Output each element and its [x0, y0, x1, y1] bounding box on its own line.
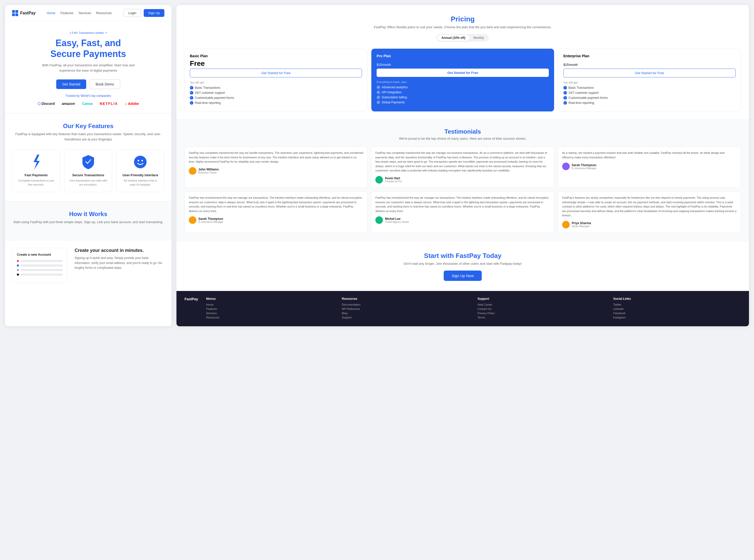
secure-transactions-desc: Your transactions are safe with our encr… — [68, 179, 108, 187]
nav-services[interactable]: Services — [78, 11, 91, 15]
pro-plan-cta[interactable]: Get Started for Free — [376, 68, 549, 77]
enterprise-plan-name: Enterprise Plan — [564, 54, 736, 58]
footer-link-linkedin[interactable]: LinkedIn — [613, 307, 741, 311]
basic-feature-0: Basic Transactions — [190, 86, 362, 89]
monthly-toggle[interactable]: Monthly — [469, 35, 488, 41]
book-demo-button[interactable]: Book Demo — [89, 79, 120, 89]
logo-text: FastPay — [20, 11, 36, 15]
fast-payments-desc: Complete transactions in just few second… — [16, 179, 56, 187]
basic-plan-price: Free — [190, 60, 362, 67]
testimonial-3: FastPay has revolutionized the way we ma… — [185, 192, 368, 233]
nav-actions: Login Sign Up — [124, 9, 164, 17]
footer-col-title-1: Resources — [342, 297, 469, 301]
hero-badge: 1.5 M+ Transactions weekly ↗ — [12, 31, 164, 35]
testimonial-text-2: As a startup, we needed a payment soluti… — [562, 151, 737, 160]
footer-link-blog[interactable]: Blog — [342, 312, 469, 315]
amazon-logo: amazon — [62, 102, 75, 106]
form-card-title: Create a new Account — [17, 253, 63, 256]
enterprise-feature-3: Real-time reporting — [564, 101, 736, 105]
pro-feature-1: API Integration — [376, 91, 549, 94]
footer-link-contact[interactable]: Contact Us — [477, 307, 605, 311]
nav-features[interactable]: Features — [61, 11, 73, 15]
testimonial-author-2: Sarah Thompson E-commerce Manager — [562, 163, 737, 170]
how-subtitle: Start using FastPay with just three simp… — [12, 220, 164, 225]
testimonial-text-3: FastPay has revolutionized the way we ma… — [189, 196, 363, 213]
get-started-button[interactable]: Get Started — [56, 79, 86, 89]
pro-feature-3: Global Payments — [376, 101, 549, 104]
feature-fast-payments: Fast Payments Complete transactions in j… — [12, 149, 60, 192]
avatar-1 — [375, 176, 383, 183]
trusted-text: Trusted by World's top companies — [12, 94, 164, 98]
testimonials-grid: FastPay has completely transformed the w… — [185, 146, 741, 233]
footer-col-title-2: Support — [477, 297, 605, 301]
cta-signup-button[interactable]: Sign Up Now — [444, 271, 482, 281]
testimonial-0: FastPay has completely transformed the w… — [185, 146, 368, 188]
annual-toggle[interactable]: Annual (10% off) — [437, 35, 469, 41]
footer-col-resources: Resources Documentation API Reference Bl… — [342, 297, 469, 320]
feature-secure-transactions: Secure Transactions Your transactions ar… — [64, 149, 113, 192]
footer-link-instagram[interactable]: Instagram — [613, 316, 741, 319]
enterprise-plan-card: Enterprise Plan $15/month Get Started fo… — [558, 49, 741, 112]
footer-link-services[interactable]: Services — [206, 312, 334, 315]
ent-check-1 — [564, 91, 567, 95]
pro-check-3 — [376, 101, 380, 104]
smile-icon — [133, 155, 148, 170]
basic-plan-cta[interactable]: Get Started for Free — [190, 68, 362, 77]
trusted-logos: Discord amazon Canva NETFLIX ⌂ Adobe — [12, 102, 164, 106]
svg-point-3 — [141, 160, 143, 161]
author-name-2: Sarah Thompson — [572, 163, 597, 167]
testimonial-5: FastPay's features are simply unmatched,… — [558, 192, 741, 233]
testimonial-author-5: Priya Sharma Senior Manager — [562, 221, 737, 228]
footer-link-support[interactable]: Support — [342, 316, 469, 319]
footer-link-resources[interactable]: Resources — [206, 316, 334, 319]
footer-link-home[interactable]: Home — [206, 303, 334, 306]
form-field-2 — [17, 264, 63, 266]
signup-button[interactable]: Sign Up — [144, 9, 164, 17]
field-dot-3 — [17, 269, 19, 271]
pricing-subtitle: FastPay Offers flexible plans to suit yo… — [185, 25, 741, 29]
author-role-4: Travel Agency Owner — [385, 221, 409, 223]
check-icon-1 — [190, 91, 193, 95]
footer-link-api[interactable]: API Reference — [342, 307, 469, 311]
how-it-works-section: How it Works Start using FastPay with ju… — [5, 201, 171, 241]
footer-col-title-0: Menus — [206, 297, 334, 301]
avatar-0 — [189, 167, 196, 175]
enterprise-feature-1: 24/7 customer support — [564, 91, 736, 95]
footer-link-twitter[interactable]: Twitter — [613, 303, 741, 306]
feature-user-friendly: User-Friendly Interface An intuitive int… — [116, 149, 164, 192]
footer-link-docs[interactable]: Documentation — [342, 303, 469, 306]
footer-link-privacy[interactable]: Privacy Policy — [477, 312, 605, 315]
nav-home[interactable]: Home — [47, 11, 56, 15]
pro-check-2 — [376, 96, 380, 99]
fast-payments-title: Fast Payments — [16, 173, 56, 177]
logo[interactable]: FastPay — [12, 10, 36, 16]
enterprise-plan-price: $15/month — [564, 60, 736, 67]
cta-subtitle: Don't wait any longer. Join thousands of… — [185, 262, 741, 265]
testimonial-author-3: Sarah Thompson E-commerce Manager — [189, 216, 363, 224]
logo-icon — [12, 10, 18, 16]
footer-col-title-3: Social Links — [613, 297, 741, 301]
author-name-4: Michel Lee — [385, 217, 409, 221]
basic-feature-3: Real-time reporting — [190, 101, 362, 105]
testimonial-2: As a startup, we needed a payment soluti… — [558, 146, 741, 188]
hero-section: 1.5 M+ Transactions weekly ↗ Easy, Fast,… — [5, 21, 171, 113]
features-grid: Fast Payments Complete transactions in j… — [12, 149, 164, 192]
footer-col-support: Support Help Center Contact Us Privacy P… — [477, 297, 605, 320]
pricing-title: Pricing — [185, 15, 741, 23]
testimonial-1: FastPay has completely transformed the w… — [371, 146, 554, 188]
footer-link-features[interactable]: Features — [206, 307, 334, 311]
left-panel: FastPay Home Features Services Resources… — [5, 5, 171, 326]
footer-link-terms[interactable]: Terms — [477, 316, 605, 319]
testimonial-text-5: FastPay's features are simply unmatched,… — [562, 196, 737, 218]
footer-link-help[interactable]: Help Center — [477, 303, 605, 306]
field-line-2 — [20, 264, 63, 266]
check-icon-2 — [190, 96, 193, 100]
footer-link-facebook[interactable]: Facebook — [613, 312, 741, 315]
form-field-4 — [17, 274, 63, 276]
svg-point-2 — [138, 160, 139, 161]
login-button[interactable]: Login — [124, 9, 141, 17]
enterprise-plan-cta[interactable]: Get Started for Free — [564, 68, 736, 77]
avatar-2 — [562, 163, 570, 170]
pro-check-1 — [376, 91, 380, 94]
nav-resources[interactable]: Resources — [96, 11, 112, 15]
